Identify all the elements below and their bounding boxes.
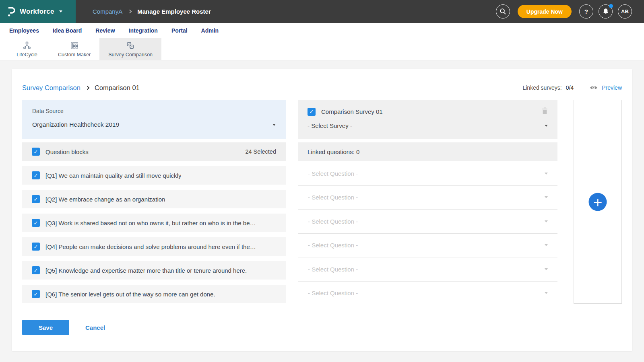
nav-item-employees[interactable]: Employees <box>2 27 46 34</box>
select-question-dropdown[interactable]: - Select Question - <box>298 257 557 282</box>
top-bar: Workforce CompanyA Manage Employee Roste… <box>0 0 644 23</box>
add-survey-column <box>574 100 622 305</box>
delete-survey-button[interactable] <box>542 107 548 116</box>
upgrade-now-button[interactable]: Upgrade Now <box>518 5 572 18</box>
question-row: [Q3] Work is shared based not on who own… <box>22 214 286 232</box>
data-source-value: Organization Healthcheck 2019 <box>32 121 119 128</box>
select-question-dropdown[interactable]: - Select Question - <box>298 282 557 306</box>
question-row: [Q6] The senior level gets out of the wa… <box>22 285 286 303</box>
select-question-dropdown[interactable]: - Select Question - <box>298 186 557 210</box>
select-question-placeholder: - Select Question - <box>308 266 358 273</box>
page-background: Survey Comparison Comparison 01 Linked s… <box>0 69 644 362</box>
search-icon <box>500 8 506 15</box>
save-button[interactable]: Save <box>22 320 69 335</box>
linked-questions-summary: Linked questions: 0 <box>308 148 359 155</box>
data-source-label: Data Source <box>32 108 276 114</box>
question-checkbox[interactable] <box>32 219 40 227</box>
breadcrumb-current: Comparison 01 <box>95 84 140 92</box>
avatar[interactable]: AB <box>618 4 632 19</box>
question-select-list: - Select Question - - Select Question - … <box>298 162 557 305</box>
question-label: [Q3] Work is shared based not on who own… <box>45 220 256 226</box>
breadcrumb-company-link[interactable]: CompanyA <box>93 8 122 15</box>
nav-item-review[interactable]: Review <box>89 27 122 34</box>
question-checkbox[interactable] <box>32 290 40 298</box>
question-label: [Q2] We embrace change as an organizatio… <box>45 196 165 203</box>
page-title: Manage Employee Roster <box>137 8 211 15</box>
chevron-down-icon <box>545 196 548 198</box>
select-question-placeholder: - Select Question - <box>308 170 358 177</box>
linked-surveys-label: Linked surveys: <box>522 84 561 91</box>
comparison-survey-checkbox[interactable] <box>308 108 316 116</box>
avatar-initials: AB <box>621 8 629 14</box>
tab-lifecycle[interactable]: LifeCycle <box>5 38 49 60</box>
select-question-placeholder: - Select Question - <box>308 290 358 296</box>
select-question-placeholder: - Select Question - <box>308 194 358 201</box>
chevron-down-icon <box>272 124 276 126</box>
cancel-button[interactable]: Cancel <box>85 324 105 331</box>
nav-item-idea-board[interactable]: Idea Board <box>46 27 89 34</box>
main-nav: Employees Idea Board Review Integration … <box>0 23 644 38</box>
source-column: Data Source Organization Healthcheck 201… <box>22 100 286 305</box>
notification-dot <box>609 4 613 8</box>
select-question-dropdown[interactable]: - Select Question - <box>298 210 557 234</box>
notifications-button[interactable] <box>599 4 613 19</box>
data-source-select[interactable]: Organization Healthcheck 2019 <box>32 121 276 128</box>
chevron-down-icon <box>545 125 548 127</box>
select-question-placeholder: - Select Question - <box>308 242 358 249</box>
tab-lifecycle-label: LifeCycle <box>17 52 37 58</box>
selected-count: 24 Selected <box>245 148 276 155</box>
select-question-dropdown[interactable]: - Select Question - <box>298 162 557 186</box>
lifecycle-icon <box>23 41 31 50</box>
eye-icon <box>590 85 598 90</box>
chevron-down-icon <box>545 220 548 222</box>
nav-item-admin[interactable]: Admin <box>194 27 226 34</box>
tab-custom-maker[interactable]: Custom Maker <box>49 38 99 60</box>
chevron-right-icon <box>128 10 132 14</box>
card-body: Data Source Organization Healthcheck 201… <box>22 100 622 305</box>
question-label: [Q5] Knowledge and expertise matter more… <box>45 267 247 274</box>
tab-custom-maker-label: Custom Maker <box>58 52 91 58</box>
bell-icon <box>603 8 609 15</box>
question-checkbox[interactable] <box>32 266 40 274</box>
breadcrumb-survey-comparison-link[interactable]: Survey Comparison <box>22 84 80 92</box>
breadcrumb: Survey Comparison Comparison 01 <box>22 84 140 92</box>
question-mark-icon: ? <box>584 8 588 15</box>
select-question-dropdown[interactable]: - Select Question - <box>298 234 557 258</box>
question-checkbox[interactable] <box>32 171 40 179</box>
product-name: Workforce <box>20 8 54 16</box>
survey-comparison-card: Survey Comparison Comparison 01 Linked s… <box>12 69 632 351</box>
preview-button[interactable]: Preview <box>590 84 622 91</box>
custom-maker-icon <box>70 41 79 50</box>
question-blocks-header: Question blocks 24 Selected <box>22 142 286 161</box>
question-blocks-checkbox[interactable] <box>32 148 40 156</box>
select-question-placeholder: - Select Question - <box>308 218 358 225</box>
comparison-column: Comparison Survey 01 - Select Survey - <box>298 100 557 305</box>
trash-icon <box>542 107 548 114</box>
question-label: [Q4] People can make decisions and solve… <box>45 243 256 250</box>
chevron-down-icon <box>59 10 62 12</box>
question-checkbox[interactable] <box>32 195 40 203</box>
data-source-panel: Data Source Organization Healthcheck 201… <box>22 100 286 139</box>
nav-item-integration[interactable]: Integration <box>122 27 165 34</box>
tab-survey-comparison[interactable]: Survey Comparison <box>99 38 161 60</box>
help-button[interactable]: ? <box>579 4 593 19</box>
question-row: [Q4] People can make decisions and solve… <box>22 237 286 256</box>
linked-questions-header: Linked questions: 0 <box>298 142 557 161</box>
question-row: [Q5] Knowledge and expertise matter more… <box>22 261 286 280</box>
nav-item-portal[interactable]: Portal <box>165 27 194 34</box>
question-row: [Q2] We embrace change as an organizatio… <box>22 190 286 208</box>
search-button[interactable] <box>496 4 510 19</box>
chevron-down-icon <box>545 292 548 294</box>
select-survey-dropdown[interactable]: - Select Survey - <box>308 122 548 129</box>
question-label: [Q6] The senior level gets out of the wa… <box>45 291 215 298</box>
chevron-down-icon <box>545 268 548 270</box>
tab-survey-comparison-label: Survey Comparison <box>108 52 153 58</box>
add-survey-button[interactable] <box>589 193 607 211</box>
product-switcher[interactable]: Workforce <box>0 0 76 23</box>
header-actions: Upgrade Now ? AB <box>496 0 644 23</box>
chevron-down-icon <box>545 244 548 246</box>
question-checkbox[interactable] <box>32 243 40 251</box>
question-label: [Q1] We can maintain quality and still m… <box>45 172 181 179</box>
admin-subtabs: LifeCycle Custom Maker Survey Comparison <box>0 38 644 60</box>
select-survey-placeholder: - Select Survey - <box>308 122 352 129</box>
